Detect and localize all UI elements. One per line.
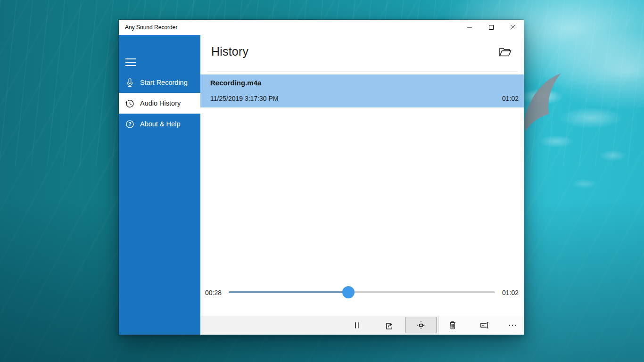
svg-text:?: ? — [128, 121, 131, 127]
main-content: History Recording.m4a 11/25/2019 3:17:30… — [200, 35, 524, 335]
sidebar-item-label: Audio History — [140, 99, 181, 107]
total-time-label: 01:02 — [502, 289, 519, 296]
close-button[interactable] — [502, 20, 524, 35]
slider-thumb[interactable] — [342, 286, 355, 298]
more-button[interactable] — [501, 316, 524, 335]
seek-slider[interactable] — [229, 286, 495, 298]
sidebar-item-start-recording[interactable]: Start Recording — [119, 72, 200, 93]
share-icon — [384, 321, 393, 330]
recording-name: Recording.m4a — [210, 79, 261, 87]
history-icon — [125, 99, 135, 108]
open-folder-button[interactable] — [495, 44, 514, 59]
sidebar: Start Recording Audio History ? About & … — [119, 35, 200, 335]
recording-list-item[interactable]: Recording.m4a 11/25/2019 3:17:30 PM 01:0… — [200, 74, 524, 107]
close-icon — [511, 25, 515, 30]
recording-duration: 01:02 — [502, 95, 519, 102]
maximize-button[interactable] — [480, 20, 502, 35]
slider-fill — [229, 291, 348, 293]
minimize-button[interactable] — [459, 20, 480, 35]
rename-button[interactable] — [473, 316, 496, 335]
rename-icon — [480, 321, 489, 329]
header-divider — [207, 72, 518, 72]
pause-icon — [353, 321, 361, 329]
delete-icon — [448, 321, 457, 330]
share-button[interactable] — [377, 316, 400, 335]
trim-icon — [417, 321, 425, 329]
maximize-icon — [489, 25, 494, 30]
sidebar-item-label: Start Recording — [140, 79, 188, 86]
open-folder-icon — [499, 47, 512, 57]
slider-track[interactable] — [229, 291, 495, 293]
more-icon — [508, 321, 517, 329]
screen: Any Sound Recorder — [0, 0, 644, 362]
microphone-icon — [125, 78, 135, 88]
recording-datetime: 11/25/2019 3:17:30 PM — [210, 95, 279, 102]
current-time-label: 00:28 — [205, 289, 222, 296]
caption-buttons — [459, 20, 524, 35]
page-title: History — [211, 45, 248, 58]
trim-button[interactable] — [405, 317, 437, 333]
hamburger-icon — [125, 58, 136, 59]
hamburger-menu-button[interactable] — [119, 49, 141, 72]
sidebar-item-about-help[interactable]: ? About & Help — [119, 114, 200, 134]
command-bar — [200, 316, 524, 335]
delete-button[interactable] — [441, 316, 464, 335]
help-icon: ? — [125, 119, 135, 129]
sidebar-item-audio-history[interactable]: Audio History — [119, 93, 200, 114]
pause-button[interactable] — [346, 316, 368, 335]
minimize-icon — [467, 25, 472, 30]
titlebar[interactable]: Any Sound Recorder — [119, 20, 524, 35]
window-title: Any Sound Recorder — [119, 24, 177, 31]
app-window: Any Sound Recorder — [119, 20, 524, 335]
sidebar-item-label: About & Help — [140, 120, 180, 128]
